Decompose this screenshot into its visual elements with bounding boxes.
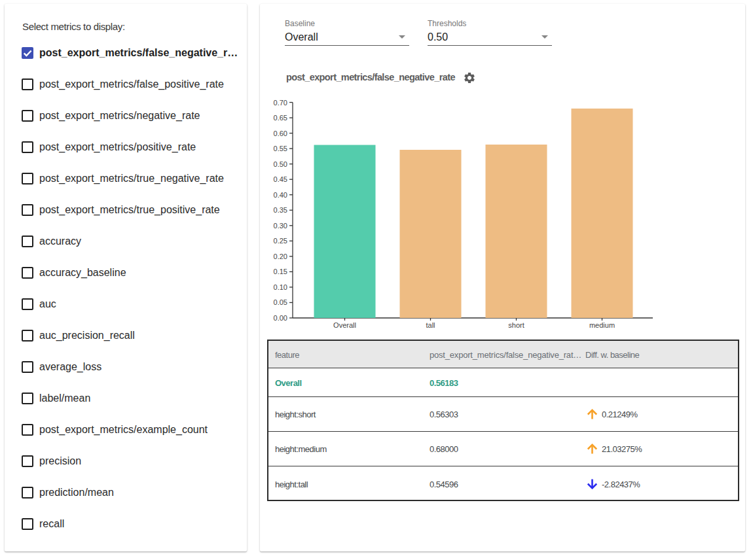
svg-text:0.60: 0.60 xyxy=(274,130,287,137)
svg-text:0.65: 0.65 xyxy=(274,114,287,122)
svg-text:tall: tall xyxy=(426,321,435,329)
svg-text:0.50: 0.50 xyxy=(274,160,287,168)
svg-text:0.30: 0.30 xyxy=(274,222,287,230)
svg-text:0.15: 0.15 xyxy=(274,268,287,275)
svg-text:short: short xyxy=(508,321,524,329)
svg-text:0.00: 0.00 xyxy=(274,314,287,322)
svg-text:0.35: 0.35 xyxy=(274,206,287,214)
svg-text:0.20: 0.20 xyxy=(274,253,287,260)
svg-text:medium: medium xyxy=(589,321,615,329)
svg-text:0.25: 0.25 xyxy=(274,237,287,245)
svg-text:0.55: 0.55 xyxy=(274,145,287,152)
svg-text:Overall: Overall xyxy=(333,321,356,329)
svg-text:0.05: 0.05 xyxy=(274,298,287,306)
svg-text:0.10: 0.10 xyxy=(274,283,287,291)
svg-text:0.45: 0.45 xyxy=(274,175,287,183)
svg-text:0.70: 0.70 xyxy=(274,99,287,107)
svg-text:0.40: 0.40 xyxy=(274,191,287,199)
